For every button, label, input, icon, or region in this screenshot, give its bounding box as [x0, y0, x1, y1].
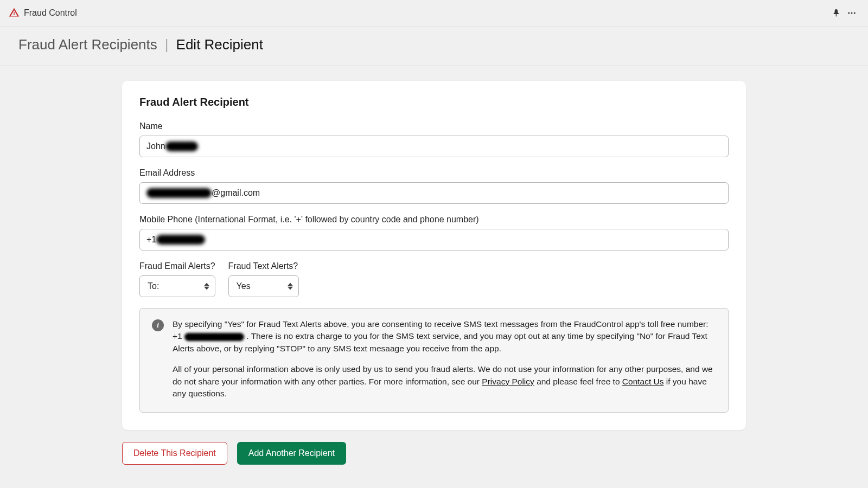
email-value-suffix: @gmail.com — [212, 188, 260, 198]
breadcrumb-separator: | — [165, 36, 169, 53]
warning-icon — [9, 7, 20, 20]
email-label: Email Address — [139, 168, 729, 178]
consent-text: By specifying "Yes" for Fraud Text Alert… — [173, 318, 716, 400]
phone-value-redacted — [156, 235, 205, 245]
card-title: Fraud Alert Recipient — [139, 96, 729, 108]
add-recipient-button[interactable]: Add Another Recipient — [237, 442, 346, 465]
email-alerts-value: To: — [148, 281, 159, 291]
email-alerts-select[interactable]: To: — [139, 275, 215, 297]
consent-phone-redacted — [184, 333, 244, 342]
phone-value-prefix: +1 — [146, 235, 156, 245]
actions-row: Delete This Recipient Add Another Recipi… — [122, 442, 746, 465]
breadcrumb-current: Edit Recipient — [176, 36, 263, 53]
select-caret-icon — [288, 283, 293, 290]
privacy-policy-link[interactable]: Privacy Policy — [482, 377, 534, 386]
svg-point-1 — [851, 12, 853, 14]
contact-us-link[interactable]: Contact Us — [622, 377, 664, 386]
consent-p2-mid: and please feel free to — [537, 377, 622, 386]
consent-p1-post: . There is no extra charge to you for th… — [173, 331, 707, 352]
field-email: Email Address @gmail.com — [139, 168, 729, 204]
delete-recipient-button[interactable]: Delete This Recipient — [122, 442, 227, 465]
pin-icon[interactable] — [829, 5, 844, 21]
info-icon: i — [152, 319, 164, 331]
email-alerts-label: Fraud Email Alerts? — [139, 261, 215, 271]
consent-info-box: i By specifying "Yes" for Fraud Text Ale… — [139, 308, 729, 413]
name-input[interactable]: John — [139, 136, 729, 157]
text-alerts-label: Fraud Text Alerts? — [228, 261, 299, 271]
svg-point-2 — [854, 12, 856, 14]
topbar: Fraud Control — [0, 0, 868, 27]
name-value-redacted — [165, 142, 198, 151]
name-label: Name — [139, 121, 729, 131]
phone-input[interactable]: +1 — [139, 229, 729, 251]
field-phone: Mobile Phone (International Format, i.e.… — [139, 215, 729, 251]
app-title: Fraud Control — [24, 8, 77, 18]
field-text-alerts: Fraud Text Alerts? Yes — [228, 261, 299, 297]
phone-label: Mobile Phone (International Format, i.e.… — [139, 215, 729, 224]
recipient-card: Fraud Alert Recipient Name John Email Ad… — [122, 81, 746, 430]
field-name: Name John — [139, 121, 729, 157]
text-alerts-value: Yes — [237, 281, 251, 291]
email-value-redacted — [146, 188, 212, 198]
brand: Fraud Control — [9, 7, 77, 20]
more-icon[interactable] — [844, 5, 859, 21]
name-value-prefix: John — [146, 142, 165, 151]
breadcrumb-parent[interactable]: Fraud Alert Recipients — [18, 36, 157, 53]
breadcrumb: Fraud Alert Recipients | Edit Recipient — [0, 27, 868, 66]
svg-point-0 — [848, 12, 850, 14]
text-alerts-select[interactable]: Yes — [228, 275, 299, 297]
select-caret-icon — [204, 283, 209, 290]
email-input[interactable]: @gmail.com — [139, 182, 729, 204]
field-email-alerts: Fraud Email Alerts? To: — [139, 261, 215, 297]
